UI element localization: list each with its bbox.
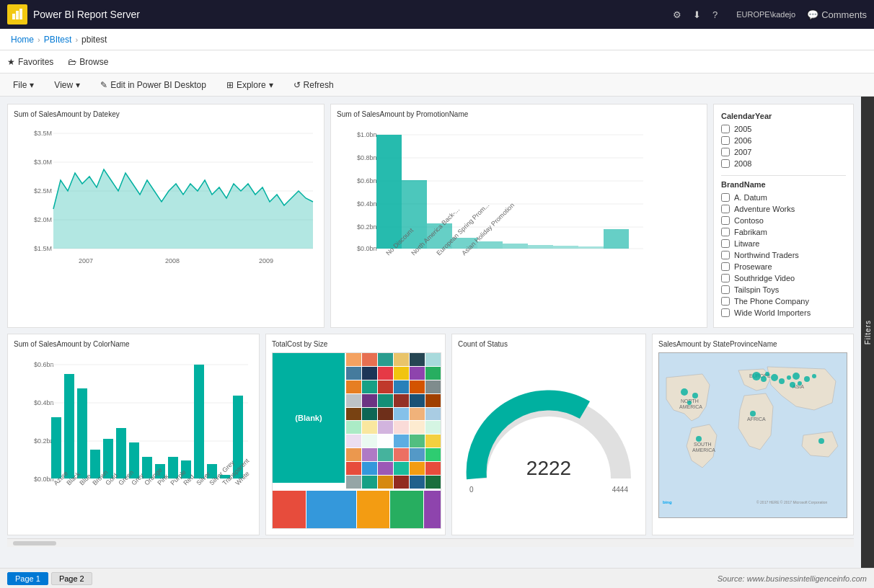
svg-rect-45 <box>77 388 87 478</box>
scroll-thumb[interactable] <box>13 541 56 545</box>
app-title: Power BI Report Server <box>33 9 140 20</box>
svg-text:$0.2bn: $0.2bn <box>357 223 377 231</box>
view-menu[interactable]: View ▾ <box>50 77 84 93</box>
filters-panel[interactable]: Filters <box>861 97 874 568</box>
breadcrumb: Home › PBItest › pbitest <box>0 29 874 50</box>
svg-rect-0 <box>12 14 15 19</box>
svg-point-83 <box>687 401 692 405</box>
brand-tailspin-checkbox[interactable] <box>721 285 730 294</box>
filter-brand-litware[interactable]: Litware <box>721 239 846 248</box>
filter-year-2005[interactable]: 2005 <box>721 125 846 133</box>
main-content: Sum of SalesAmount by Datekey $3.5M $3.0… <box>0 97 874 568</box>
svg-text:$0.0bn: $0.0bn <box>34 476 54 483</box>
year-2006-checkbox[interactable] <box>721 136 730 145</box>
svg-marker-30 <box>604 229 629 249</box>
x-label: 2007 <box>79 257 93 264</box>
map-svg: NORTH AMERICA SOUTH AMERICA EUROPE AFRIC… <box>659 353 847 517</box>
brand-proseware-checkbox[interactable] <box>721 262 730 271</box>
breadcrumb-home[interactable]: Home <box>11 35 34 45</box>
svg-marker-27 <box>528 245 553 249</box>
browse-button[interactable]: 🗁 Browse <box>68 57 108 67</box>
svg-marker-8 <box>53 169 313 249</box>
svg-point-97 <box>818 438 824 444</box>
brand-fabrikam-checkbox[interactable] <box>721 228 730 236</box>
charts-top-row: Sum of SalesAmount by Datekey $3.5M $3.0… <box>7 104 854 328</box>
user-name: EUROPE\kadejo <box>736 10 795 19</box>
y-label: $2.5M <box>34 187 52 195</box>
brand-northwind-checkbox[interactable] <box>721 251 730 259</box>
year-2007-checkbox[interactable] <box>721 148 730 156</box>
brand-contoso-checkbox[interactable] <box>721 216 730 225</box>
brand-phone-company-checkbox[interactable] <box>721 297 730 306</box>
sales-by-color-chart: Sum of SalesAmount by ColorName $0.6bn $… <box>7 334 260 535</box>
svg-text:bing: bing <box>663 500 672 504</box>
brand-wide-world-checkbox[interactable] <box>721 308 730 317</box>
favorites-button[interactable]: ★ Favorites <box>7 57 53 67</box>
svg-point-84 <box>752 372 761 380</box>
filter-brand-wide-world[interactable]: Wide World Importers <box>721 308 846 317</box>
svg-marker-25 <box>477 241 503 249</box>
svg-text:$0.0bn: $0.0bn <box>357 245 377 252</box>
filter-brand-northwind[interactable]: Northwind Traders <box>721 251 846 259</box>
treemap-container: (Blank) <box>272 352 441 529</box>
chart1-title: Sum of SalesAmount by Datekey <box>14 110 318 118</box>
donut-center-value: 2222 <box>526 457 571 479</box>
color-chart-svg: $0.6bn $0.4bn $0.2bn $0.0bn <box>14 352 252 525</box>
svg-point-96 <box>696 436 702 442</box>
download-icon[interactable]: ⬇ <box>693 9 701 20</box>
charts-bottom-row: Sum of SalesAmount by ColorName $0.6bn $… <box>7 334 854 535</box>
svg-point-87 <box>771 374 778 381</box>
comments-button[interactable]: 💬 Comments <box>807 9 867 20</box>
chevron-down-icon: ▾ <box>76 80 80 90</box>
filter-brand-southridge[interactable]: Southridge Video <box>721 274 846 282</box>
refresh-button[interactable]: ↺ Refresh <box>289 77 338 93</box>
filter-brand-adventure-works[interactable]: Adventure Works <box>721 205 846 213</box>
filter-brand-proseware[interactable]: Proseware <box>721 262 846 271</box>
settings-icon[interactable]: ⚙ <box>673 9 681 20</box>
year-2008-checkbox[interactable] <box>721 159 730 168</box>
year-2005-checkbox[interactable] <box>721 125 730 133</box>
brand-southridge-checkbox[interactable] <box>721 274 730 282</box>
breadcrumb-pbitest[interactable]: PBItest <box>44 35 72 45</box>
breadcrumb-current: pbitest <box>81 35 107 45</box>
promo-chart-svg: $1.0bn $0.8bn $0.6bn $0.4bn $0.2bn $0.0b… <box>337 122 647 267</box>
svg-rect-48 <box>116 428 126 478</box>
dashboard: Sum of SalesAmount by Datekey $3.5M $3.0… <box>0 97 861 568</box>
page2-button[interactable]: Page 2 <box>51 572 92 585</box>
horizontal-scrollbar[interactable] <box>7 538 854 547</box>
filter-brand-fabrikam[interactable]: Fabrikam <box>721 228 846 236</box>
brand-adventure-works-checkbox[interactable] <box>721 205 730 213</box>
treemap-blank: (Blank) <box>273 353 345 483</box>
filter-brand-phone-company[interactable]: The Phone Company <box>721 297 846 306</box>
svg-text:© 2017 HERE  © 2017 Microsoft : © 2017 HERE © 2017 Microsoft Corporation <box>756 500 827 504</box>
brand-adatum-checkbox[interactable] <box>721 193 730 202</box>
top-nav: Power BI Report Server ⚙ ⬇ ? EUROPE\kade… <box>0 0 874 29</box>
explore-menu[interactable]: ⊞ Explore ▾ <box>222 77 278 93</box>
favorites-bar: ★ Favorites 🗁 Browse <box>0 50 874 74</box>
brand-name-title: BrandName <box>721 180 846 189</box>
file-menu[interactable]: File ▾ <box>9 77 38 93</box>
brand-litware-checkbox[interactable] <box>721 239 730 248</box>
svg-text:$1.0bn: $1.0bn <box>357 131 377 138</box>
edit-button[interactable]: ✎ Edit in Power BI Desktop <box>96 77 211 93</box>
filter-year-2008[interactable]: 2008 <box>721 159 846 168</box>
filter-brand-adatum[interactable]: A. Datum <box>721 193 846 202</box>
svg-point-90 <box>790 382 795 388</box>
svg-rect-43 <box>51 417 61 478</box>
filters-tab-label[interactable]: Filters <box>862 314 873 350</box>
svg-point-95 <box>750 411 756 416</box>
page1-button[interactable]: Page 1 <box>7 572 48 585</box>
help-icon[interactable]: ? <box>712 9 718 20</box>
explore-icon: ⊞ <box>226 80 234 90</box>
chart4-title: TotalCost by Size <box>272 340 439 348</box>
filter-year-2007[interactable]: 2007 <box>721 148 846 156</box>
svg-point-81 <box>681 388 688 396</box>
filter-brand-tailspin[interactable]: Tailspin Toys <box>721 285 846 294</box>
filter-brand-contoso[interactable]: Contoso <box>721 216 846 225</box>
svg-point-88 <box>779 378 785 384</box>
page-footer: Page 1 Page 2 Source: www.businessintell… <box>0 568 874 588</box>
count-of-status-chart: Count of Status 2222 0 4444 <box>451 334 646 535</box>
browse-icon: 🗁 <box>68 57 76 67</box>
edit-icon: ✎ <box>100 80 107 90</box>
filter-year-2006[interactable]: 2006 <box>721 136 846 145</box>
